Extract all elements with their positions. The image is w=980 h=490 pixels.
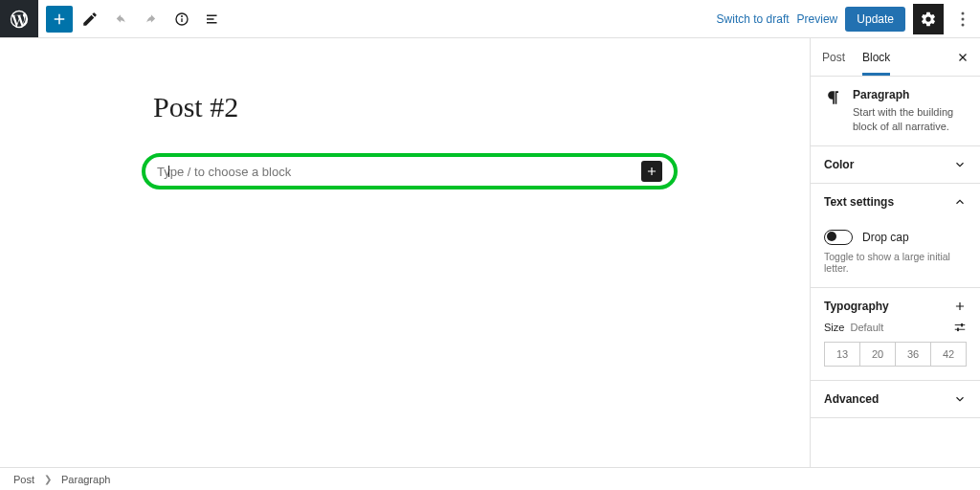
typography-add-button[interactable] [953, 300, 967, 313]
undo-button[interactable] [107, 6, 134, 33]
top-toolbar: Switch to draft Preview Update [0, 0, 980, 38]
paragraph-block[interactable]: Type / to choose a block [142, 153, 678, 189]
editor-canvas[interactable]: Post #2 Type / to choose a block [0, 38, 810, 467]
panel-color[interactable]: Color [811, 146, 980, 184]
dropcap-help-text: Toggle to show a large initial letter. [824, 251, 967, 274]
inline-add-block-button[interactable] [641, 161, 662, 182]
svg-point-2 [182, 15, 183, 16]
plus-icon [953, 300, 967, 313]
size-label: Size [824, 322, 844, 333]
preview-link[interactable]: Preview [797, 12, 838, 26]
panel-advanced-label: Advanced [824, 392, 879, 406]
size-option-1[interactable]: 13 [825, 343, 859, 366]
chevron-up-icon [953, 195, 967, 209]
list-icon [204, 11, 221, 28]
tab-block[interactable]: Block [862, 39, 890, 76]
svg-point-7 [962, 17, 965, 20]
dropcap-toggle[interactable] [824, 230, 853, 245]
sliders-icon [953, 321, 967, 334]
plus-icon [645, 165, 658, 178]
breadcrumb-item-post[interactable]: Post [13, 474, 34, 485]
info-button[interactable] [168, 6, 195, 33]
settings-button[interactable] [913, 4, 944, 34]
svg-rect-11 [955, 324, 966, 325]
size-option-2[interactable]: 20 [859, 343, 895, 366]
size-settings-button[interactable] [953, 321, 967, 334]
post-title[interactable]: Post #2 [153, 91, 238, 123]
wordpress-icon [9, 9, 30, 30]
redo-icon [143, 11, 160, 28]
svg-rect-14 [957, 327, 959, 331]
text-caret [168, 166, 169, 177]
redo-button[interactable] [138, 6, 165, 33]
block-desc-label: Start with the building block of all nar… [853, 105, 967, 134]
svg-point-6 [962, 11, 965, 14]
panel-typography-label: Typography [824, 300, 889, 313]
undo-icon [112, 11, 129, 28]
paragraph-block-icon [824, 88, 843, 134]
panel-text-settings-label: Text settings [824, 195, 894, 209]
edit-mode-button[interactable] [77, 6, 103, 33]
svg-point-8 [962, 23, 965, 26]
size-option-3[interactable]: 36 [895, 343, 930, 366]
tab-post[interactable]: Post [822, 39, 845, 76]
gear-icon [920, 11, 937, 28]
dropcap-label: Drop cap [862, 231, 909, 244]
close-icon [957, 52, 969, 63]
panel-color-label: Color [824, 158, 854, 171]
block-name-label: Paragraph [853, 88, 967, 101]
chevron-right-icon: ❯ [44, 474, 52, 484]
panel-text-settings[interactable]: Text settings [811, 184, 980, 220]
more-menu-button[interactable] [951, 4, 974, 34]
close-sidebar-button[interactable] [957, 52, 969, 63]
update-button[interactable]: Update [845, 7, 905, 32]
outline-button[interactable] [199, 6, 226, 33]
plus-icon [51, 11, 68, 28]
svg-rect-5 [207, 22, 217, 24]
svg-rect-4 [207, 18, 214, 20]
block-placeholder: Type / to choose a block [157, 165, 291, 179]
add-block-button[interactable] [46, 6, 73, 33]
info-icon [173, 11, 190, 28]
font-size-presets[interactable]: 13 20 36 42 [824, 342, 967, 367]
panel-advanced[interactable]: Advanced [811, 381, 980, 418]
breadcrumb: Post ❯ Paragraph [0, 467, 980, 490]
paragraph-icon [824, 88, 843, 107]
svg-rect-13 [961, 323, 963, 327]
switch-to-draft-link[interactable]: Switch to draft [717, 12, 790, 26]
breadcrumb-item-paragraph[interactable]: Paragraph [61, 474, 110, 485]
size-option-4[interactable]: 42 [930, 343, 966, 366]
size-default-label: Default [850, 322, 883, 333]
pencil-icon [81, 11, 99, 28]
settings-sidebar: Post Block Paragraph Start with the buil… [810, 38, 980, 467]
chevron-down-icon [953, 392, 967, 406]
chevron-down-icon [953, 158, 967, 171]
wordpress-logo-button[interactable] [0, 0, 38, 37]
svg-rect-12 [955, 328, 966, 329]
svg-rect-3 [207, 14, 217, 16]
kebab-icon [961, 11, 965, 27]
